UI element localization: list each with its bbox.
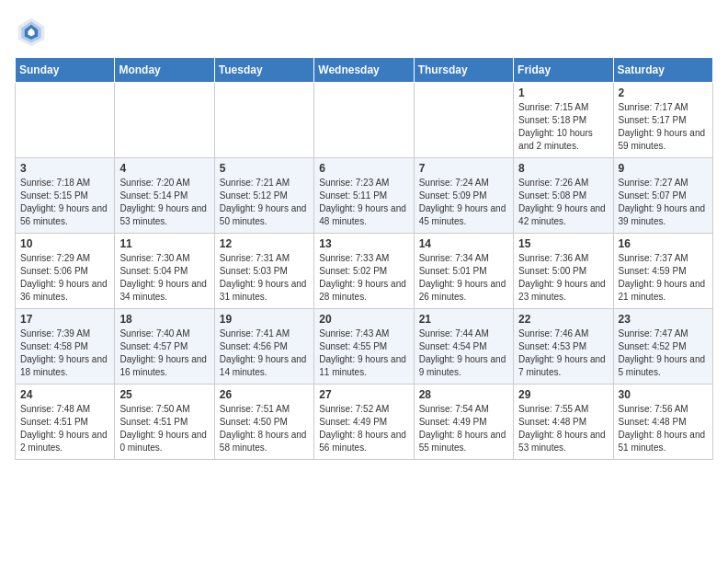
weekday-header-friday: Friday — [514, 58, 613, 83]
day-number: 23 — [619, 313, 708, 326]
day-details: Sunrise: 7:31 AM Sunset: 5:03 PM Dayligh… — [220, 252, 309, 304]
calendar-week-2: 3Sunrise: 7:18 AM Sunset: 5:15 PM Daylig… — [16, 158, 713, 234]
day-number: 18 — [119, 313, 209, 326]
calendar-cell — [214, 83, 313, 158]
day-number: 7 — [419, 162, 508, 175]
calendar-cell: 18Sunrise: 7:40 AM Sunset: 4:57 PM Dayli… — [115, 309, 214, 385]
day-number: 2 — [619, 86, 708, 99]
calendar-cell: 3Sunrise: 7:18 AM Sunset: 5:15 PM Daylig… — [16, 158, 115, 234]
day-number: 21 — [419, 313, 508, 326]
day-details: Sunrise: 7:26 AM Sunset: 5:08 PM Dayligh… — [518, 177, 608, 228]
weekday-header-thursday: Thursday — [414, 58, 513, 83]
day-details: Sunrise: 7:48 AM Sunset: 4:51 PM Dayligh… — [20, 403, 109, 454]
day-number: 30 — [619, 388, 708, 401]
weekday-header-row: SundayMondayTuesdayWednesdayThursdayFrid… — [16, 58, 713, 83]
day-details: Sunrise: 7:21 AM Sunset: 5:12 PM Dayligh… — [220, 177, 309, 228]
calendar-cell: 6Sunrise: 7:23 AM Sunset: 5:11 PM Daylig… — [314, 158, 414, 234]
day-number: 17 — [20, 313, 109, 326]
calendar-cell: 5Sunrise: 7:21 AM Sunset: 5:12 PM Daylig… — [214, 158, 313, 234]
calendar-cell: 12Sunrise: 7:31 AM Sunset: 5:03 PM Dayli… — [214, 234, 313, 309]
day-details: Sunrise: 7:54 AM Sunset: 4:49 PM Dayligh… — [419, 403, 508, 454]
calendar-cell: 26Sunrise: 7:51 AM Sunset: 4:50 PM Dayli… — [214, 385, 313, 460]
day-number: 9 — [619, 162, 708, 175]
weekday-header-tuesday: Tuesday — [214, 58, 313, 83]
calendar-cell: 22Sunrise: 7:46 AM Sunset: 4:53 PM Dayli… — [514, 309, 613, 385]
day-details: Sunrise: 7:52 AM Sunset: 4:49 PM Dayligh… — [319, 403, 408, 454]
day-details: Sunrise: 7:51 AM Sunset: 4:50 PM Dayligh… — [220, 403, 309, 454]
calendar-cell: 24Sunrise: 7:48 AM Sunset: 4:51 PM Dayli… — [16, 385, 115, 460]
day-details: Sunrise: 7:24 AM Sunset: 5:09 PM Dayligh… — [419, 177, 508, 228]
calendar-cell: 1Sunrise: 7:15 AM Sunset: 5:18 PM Daylig… — [514, 83, 613, 158]
calendar-cell: 2Sunrise: 7:17 AM Sunset: 5:17 PM Daylig… — [613, 83, 712, 158]
calendar-cell: 10Sunrise: 7:29 AM Sunset: 5:06 PM Dayli… — [16, 234, 115, 309]
day-number: 24 — [20, 388, 109, 401]
day-number: 27 — [319, 388, 408, 401]
day-number: 1 — [518, 86, 608, 99]
calendar-cell: 20Sunrise: 7:43 AM Sunset: 4:55 PM Dayli… — [314, 309, 414, 385]
day-details: Sunrise: 7:20 AM Sunset: 5:14 PM Dayligh… — [119, 177, 209, 228]
calendar-week-5: 24Sunrise: 7:48 AM Sunset: 4:51 PM Dayli… — [16, 385, 713, 460]
calendar-cell: 16Sunrise: 7:37 AM Sunset: 4:59 PM Dayli… — [613, 234, 712, 309]
day-number: 20 — [319, 313, 408, 326]
weekday-header-sunday: Sunday — [16, 58, 115, 83]
calendar-cell: 7Sunrise: 7:24 AM Sunset: 5:09 PM Daylig… — [414, 158, 513, 234]
calendar-cell: 13Sunrise: 7:33 AM Sunset: 5:02 PM Dayli… — [314, 234, 414, 309]
day-number: 6 — [319, 162, 408, 175]
day-details: Sunrise: 7:50 AM Sunset: 4:51 PM Dayligh… — [119, 403, 209, 454]
calendar-cell — [414, 83, 513, 158]
day-number: 10 — [20, 237, 109, 250]
calendar-cell: 30Sunrise: 7:56 AM Sunset: 4:48 PM Dayli… — [613, 385, 712, 460]
day-details: Sunrise: 7:47 AM Sunset: 4:52 PM Dayligh… — [619, 327, 708, 379]
calendar-cell: 25Sunrise: 7:50 AM Sunset: 4:51 PM Dayli… — [115, 385, 214, 460]
day-details: Sunrise: 7:30 AM Sunset: 5:04 PM Dayligh… — [119, 252, 209, 304]
day-details: Sunrise: 7:39 AM Sunset: 4:58 PM Dayligh… — [20, 327, 109, 379]
day-number: 13 — [319, 237, 408, 250]
weekday-header-monday: Monday — [115, 58, 214, 83]
day-details: Sunrise: 7:43 AM Sunset: 4:55 PM Dayligh… — [319, 327, 408, 379]
calendar-week-3: 10Sunrise: 7:29 AM Sunset: 5:06 PM Dayli… — [16, 234, 713, 309]
day-number: 5 — [220, 162, 309, 175]
day-number: 4 — [119, 162, 209, 175]
calendar-cell — [115, 83, 214, 158]
day-details: Sunrise: 7:55 AM Sunset: 4:48 PM Dayligh… — [518, 403, 608, 454]
day-number: 15 — [518, 237, 608, 250]
day-number: 28 — [419, 388, 508, 401]
day-details: Sunrise: 7:46 AM Sunset: 4:53 PM Dayligh… — [518, 327, 608, 379]
calendar-cell: 17Sunrise: 7:39 AM Sunset: 4:58 PM Dayli… — [16, 309, 115, 385]
day-number: 3 — [20, 162, 109, 175]
calendar-cell: 19Sunrise: 7:41 AM Sunset: 4:56 PM Dayli… — [214, 309, 313, 385]
day-number: 19 — [220, 313, 309, 326]
day-details: Sunrise: 7:34 AM Sunset: 5:01 PM Dayligh… — [419, 252, 508, 304]
day-details: Sunrise: 7:27 AM Sunset: 5:07 PM Dayligh… — [619, 177, 708, 228]
day-details: Sunrise: 7:18 AM Sunset: 5:15 PM Dayligh… — [20, 177, 109, 228]
day-details: Sunrise: 7:56 AM Sunset: 4:48 PM Dayligh… — [619, 403, 708, 454]
calendar-cell: 29Sunrise: 7:55 AM Sunset: 4:48 PM Dayli… — [514, 385, 613, 460]
day-details: Sunrise: 7:36 AM Sunset: 5:00 PM Dayligh… — [518, 252, 608, 304]
calendar-cell: 14Sunrise: 7:34 AM Sunset: 5:01 PM Dayli… — [414, 234, 513, 309]
calendar-week-4: 17Sunrise: 7:39 AM Sunset: 4:58 PM Dayli… — [16, 309, 713, 385]
day-number: 14 — [419, 237, 508, 250]
logo — [15, 15, 53, 48]
day-number: 16 — [619, 237, 708, 250]
day-details: Sunrise: 7:33 AM Sunset: 5:02 PM Dayligh… — [319, 252, 408, 304]
logo-icon — [15, 15, 48, 48]
day-details: Sunrise: 7:41 AM Sunset: 4:56 PM Dayligh… — [220, 327, 309, 379]
calendar-cell — [314, 83, 414, 158]
calendar-cell: 28Sunrise: 7:54 AM Sunset: 4:49 PM Dayli… — [414, 385, 513, 460]
calendar-table: SundayMondayTuesdayWednesdayThursdayFrid… — [15, 57, 713, 460]
day-number: 12 — [220, 237, 309, 250]
day-number: 22 — [518, 313, 608, 326]
day-number: 11 — [119, 237, 209, 250]
page-header — [15, 15, 713, 48]
day-details: Sunrise: 7:17 AM Sunset: 5:17 PM Dayligh… — [619, 101, 708, 153]
day-details: Sunrise: 7:37 AM Sunset: 4:59 PM Dayligh… — [619, 252, 708, 304]
calendar-cell: 23Sunrise: 7:47 AM Sunset: 4:52 PM Dayli… — [613, 309, 712, 385]
calendar-cell: 27Sunrise: 7:52 AM Sunset: 4:49 PM Dayli… — [314, 385, 414, 460]
calendar-week-1: 1Sunrise: 7:15 AM Sunset: 5:18 PM Daylig… — [16, 83, 713, 158]
day-number: 26 — [220, 388, 309, 401]
day-details: Sunrise: 7:40 AM Sunset: 4:57 PM Dayligh… — [119, 327, 209, 379]
day-details: Sunrise: 7:15 AM Sunset: 5:18 PM Dayligh… — [518, 101, 608, 153]
day-details: Sunrise: 7:29 AM Sunset: 5:06 PM Dayligh… — [20, 252, 109, 304]
weekday-header-saturday: Saturday — [613, 58, 712, 83]
day-details: Sunrise: 7:23 AM Sunset: 5:11 PM Dayligh… — [319, 177, 408, 228]
